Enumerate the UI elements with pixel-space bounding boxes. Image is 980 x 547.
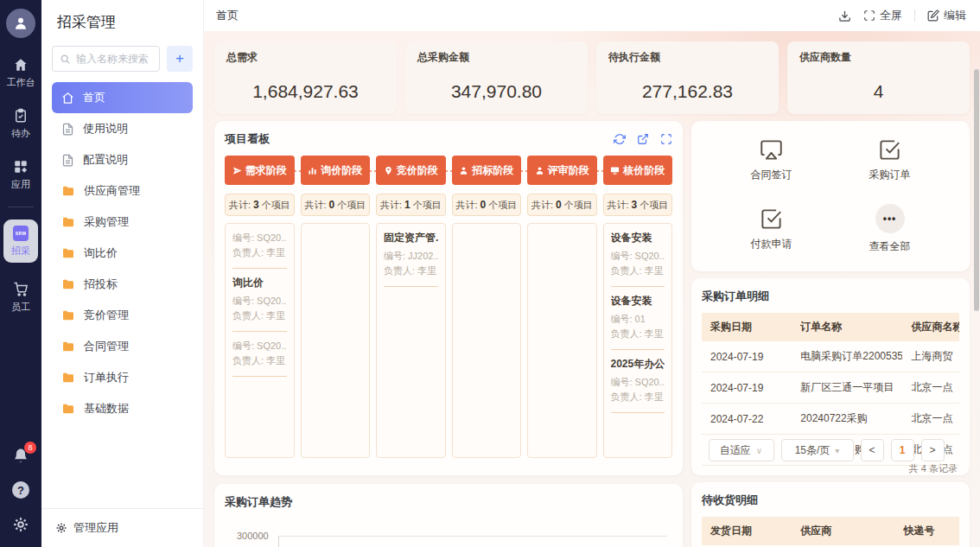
quick-action-payment-request[interactable]: 付款申请 [712,203,830,257]
lane-demand: 编号: SQ20... 负责人: 李里 询比价 编号: SQ20... 负责人:… [225,223,295,458]
sidebar-item-order-execution[interactable]: 订单执行 [52,362,193,393]
sidebar-item-contract-mgmt[interactable]: 合同管理 [52,331,193,362]
notifications-button[interactable]: 8 [12,447,29,464]
rail-item-workbench[interactable]: 工作台 [7,57,35,89]
table-row[interactable]: 2024-07-22 20240722采购 北京一点 [702,404,959,435]
project-card[interactable]: 编号: SQ20... 负责人: 李里 [232,224,287,269]
current-page[interactable]: 1 [891,439,914,461]
sidebar-item-purchase-mgmt[interactable]: 采购管理 [52,207,193,238]
record-count: 共 4 条记录 [909,462,958,475]
screen-share-icon [760,138,783,162]
menu-label: 供应商管理 [84,183,140,199]
sidebar-item-inquiry[interactable]: 询比价 [52,238,193,269]
rail-item-staff[interactable]: 员工 [11,282,30,314]
table-row[interactable]: 2024-07-19 新厂区三通一平项目 北京一点 [702,372,959,404]
vertical-scrollbar[interactable] [974,69,979,311]
cell-date: 2024-07-19 [702,372,792,404]
add-button[interactable]: + [167,46,193,72]
help-button[interactable]: ? [12,481,29,499]
manage-apps-button[interactable]: 管理应用 [41,508,203,547]
sidebar-item-supplier-mgmt[interactable]: 供应商管理 [52,175,193,207]
trend-title: 采购订单趋势 [225,494,672,510]
menu-label: 首页 [83,90,105,105]
stage-count: 共计: 0 个项目 [527,194,597,216]
kanban-lanes: 编号: SQ20... 负责人: 李里 询比价 编号: SQ20... 负责人:… [225,223,672,458]
settings-button[interactable] [12,516,29,533]
card-title: 2025年办公... [611,357,665,372]
stat-value: 347,970.80 [405,81,588,102]
quick-action-contract-sign[interactable]: 合同签订 [712,137,830,184]
stage-count: 共计: 0 个项目 [452,194,522,216]
stage-tender[interactable]: 招标阶段 [452,156,522,185]
card-owner: 负责人: 李里 [611,390,665,404]
sidebar-item-config-guide[interactable]: 配置说明 [52,144,193,175]
rail-item-procurement[interactable]: SRM 招采 [3,219,38,263]
external-link-icon[interactable] [637,133,649,145]
stage-count: 共计: 1 个项目 [376,194,446,216]
fullscreen-label: 全屏 [880,8,902,23]
check-square-icon [878,138,901,162]
rail-item-todo[interactable]: 待办 [11,108,30,140]
card-number: 编号: JJ202... [384,249,438,264]
stage-demand[interactable]: 需求阶段 [225,156,295,185]
rail-item-apps[interactable]: 应用 [11,159,30,191]
order-table-title: 采购订单明细 [702,289,959,304]
quick-action-purchase-order[interactable]: 采购订单 [830,137,949,184]
fullscreen-button[interactable]: 全屏 [863,8,902,23]
module-sidebar: 招采管理 + 首页 使用说明 配置说明 [41,0,204,547]
right-column: 合同签订 采购订单 付款申请 • [691,121,970,547]
quick-action-label: 采购订单 [869,168,911,182]
quick-action-view-all[interactable]: ••• 查看全部 [830,203,949,257]
menu-label: 基础数据 [84,401,129,417]
bar-chart-icon [308,166,317,175]
project-card[interactable]: 2025年办公... 编号: SQ20... 负责人: 李里 [611,350,665,413]
home-icon [13,57,29,73]
project-card[interactable]: 设备安装 编号: SQ20... 负责人: 李里 [611,224,665,287]
sidebar-item-auction-mgmt[interactable]: 竞价管理 [52,300,193,331]
cell-date: 2024-07-19 [702,341,792,372]
stat-value: 277,162.83 [596,81,779,102]
stage-review[interactable]: 评审阶段 [527,156,597,185]
folder-icon [61,246,75,260]
srm-app-icon: SRM [13,226,29,241]
card-number: 编号: SQ20... [611,375,665,390]
fit-mode-select[interactable]: 自适应 ∨ [709,439,774,461]
download-button[interactable] [838,10,851,22]
stage-label: 招标阶段 [472,163,513,178]
stage-auction[interactable]: 竞价阶段 [376,156,446,185]
cart-icon [13,282,29,297]
folder-icon [61,340,75,353]
user-avatar[interactable] [6,9,35,38]
sidebar-item-bidding[interactable]: 招投标 [52,269,193,300]
sidebar-item-base-data[interactable]: 基础数据 [52,393,193,424]
sidebar-item-home[interactable]: 首页 [52,82,193,113]
refresh-icon[interactable] [614,133,626,145]
edit-button[interactable]: 编辑 [927,8,966,23]
search-box[interactable] [52,46,160,72]
page-size-value: 15条/页 [795,443,830,458]
menu-label: 竞价管理 [84,308,129,323]
prev-page-button[interactable]: < [861,439,884,461]
stat-label: 待执行金额 [608,50,767,65]
expand-icon[interactable] [660,133,672,145]
card-number: 编号: SQ20... [232,231,287,245]
project-card[interactable]: 固定资产管... 编号: JJ202... 负责人: 李里 [384,224,438,287]
project-card[interactable]: 编号: SQ20... 负责人: 李里 [232,332,287,377]
send-icon [232,166,242,175]
stage-label: 需求阶段 [245,163,287,178]
search-input[interactable] [76,53,152,65]
sidebar-item-usage-guide[interactable]: 使用说明 [52,113,193,144]
ellipsis-icon: ••• [875,204,905,233]
stage-inquiry[interactable]: 询价阶段 [301,156,371,185]
stage-pricing[interactable]: 核价阶段 [603,156,673,185]
quick-actions-panel: 合同签订 采购订单 付款申请 • [691,121,970,271]
stat-label: 总采购金额 [417,50,576,65]
table-row[interactable]: 2024-07-19 电脑采购订单2200535 上海商贸 [702,341,959,372]
page-size-select[interactable]: 15条/页 ▾ [781,439,854,461]
project-card[interactable]: 询比价 编号: SQ20... 负责人: 李里 [232,269,287,332]
next-page-button[interactable]: > [921,439,945,461]
project-card[interactable]: 设备安装 编号: 01 负责人: 李里 [611,287,665,350]
lane-inquiry [301,223,371,458]
card-number: 编号: SQ20... [232,339,287,353]
stage-count-row: 共计: 3 个项目 共计: 0 个项目 共计: 1 个项目 共计: 0 个项目 … [225,194,672,216]
